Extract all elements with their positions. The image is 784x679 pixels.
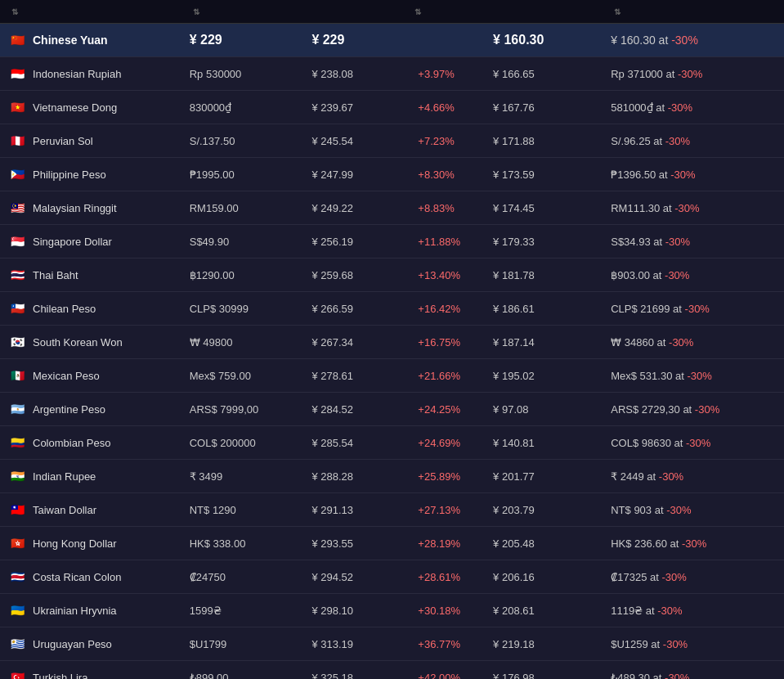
lowest-at-highlighted: ¥ 160.30 at -30% bbox=[603, 24, 784, 57]
highlighted-row: 🇨🇳 Chinese Yuan ¥ 229 ¥ 229 ¥ 160.30 ¥ 1… bbox=[0, 24, 784, 57]
header-diff[interactable]: ⇅ bbox=[403, 0, 485, 24]
diff-value: +8.83% bbox=[418, 202, 454, 214]
converted-price-cell: ¥ 288.28 bbox=[303, 460, 403, 493]
currency-cell: 🇺🇾 Uruguayan Peso bbox=[0, 627, 181, 661]
header-lowest-at[interactable]: ⇅ bbox=[603, 0, 784, 24]
converted-price-cell: ¥ 291.13 bbox=[303, 493, 403, 527]
diff-value: +25.89% bbox=[418, 470, 460, 483]
lowest-price-cell: ¥ 219.18 bbox=[485, 627, 603, 661]
header-lowest-price[interactable] bbox=[485, 0, 603, 24]
table-row: 🇸🇬 Singapore Dollar S$49.90 ¥ 256.19 +11… bbox=[0, 225, 784, 259]
current-price-cell: Mex$ 759.00 bbox=[181, 359, 304, 393]
flag-icon: 🇨🇴 bbox=[8, 434, 26, 452]
diff-value: +24.69% bbox=[418, 437, 460, 449]
lowest-at-cell: Rp 371000 at -30% bbox=[603, 57, 784, 91]
lowest-price-cell: ¥ 173.59 bbox=[485, 158, 603, 191]
sort-icon-currency: ⇅ bbox=[11, 7, 19, 16]
table-row: 🇲🇽 Mexican Peso Mex$ 759.00 ¥ 278.61 +21… bbox=[0, 359, 784, 393]
table-row: 🇮🇩 Indonesian Rupiah Rp 530000 ¥ 238.08 … bbox=[0, 57, 784, 91]
currency-cell: 🇮🇩 Indonesian Rupiah bbox=[0, 57, 181, 91]
converted-price-cell: ¥ 245.54 bbox=[303, 124, 403, 158]
flag-icon: 🇨🇱 bbox=[8, 299, 26, 317]
currency-cell-highlighted: 🇨🇳 Chinese Yuan bbox=[0, 24, 181, 57]
lowest-at-cell: ฿903.00 at -30% bbox=[603, 259, 784, 292]
currency-name: Colombian Peso bbox=[33, 437, 110, 449]
lowest-price-cell: ¥ 187.14 bbox=[485, 326, 603, 359]
table-row: 🇺🇾 Uruguayan Peso $U1799 ¥ 313.19 +36.77… bbox=[0, 627, 784, 661]
diff-value: +42.00% bbox=[418, 672, 460, 680]
current-price-cell: CLP$ 30999 bbox=[181, 292, 304, 326]
lowest-at-cell: S$34.93 at -30% bbox=[603, 225, 784, 259]
flag-icon: 🇲🇾 bbox=[8, 199, 26, 217]
currency-cell: 🇺🇦 Ukrainian Hryvnia bbox=[0, 594, 181, 627]
diff-value: +16.75% bbox=[418, 336, 460, 348]
header-converted-price[interactable] bbox=[303, 0, 403, 24]
lowest-at-cell: RM111.30 at -30% bbox=[603, 191, 784, 225]
current-price-cell: ₹ 3499 bbox=[181, 460, 304, 493]
diff-cell: +24.25% bbox=[403, 393, 485, 426]
lowest-at-cell: 581000₫ at -30% bbox=[603, 91, 784, 124]
table-row: 🇹🇷 Turkish Lira ₺899,00 ¥ 325.18 +42.00%… bbox=[0, 661, 784, 680]
current-price-cell: NT$ 1290 bbox=[181, 493, 304, 527]
currency-name: Turkish Lira bbox=[33, 672, 87, 680]
lowest-price-cell: ¥ 195.02 bbox=[485, 359, 603, 393]
flag-icon: 🇹🇼 bbox=[8, 501, 26, 519]
currency-cell: 🇲🇾 Malaysian Ringgit bbox=[0, 191, 181, 225]
lowest-price-cell: ¥ 166.65 bbox=[485, 57, 603, 91]
sort-icon-converted: ⇅ bbox=[414, 7, 422, 16]
table-row: 🇵🇪 Peruvian Sol S/.137.50 ¥ 245.54 +7.23… bbox=[0, 124, 784, 158]
currency-name: Malaysian Ringgit bbox=[33, 202, 117, 214]
lowest-price-cell: ¥ 181.78 bbox=[485, 259, 603, 292]
diff-value: +8.30% bbox=[418, 169, 454, 181]
table-row: 🇺🇦 Ukrainian Hryvnia 1599₴ ¥ 298.10 +30.… bbox=[0, 594, 784, 627]
table-row: 🇦🇷 Argentine Peso ARS$ 7999,00 ¥ 284.52 … bbox=[0, 393, 784, 426]
currency-name: Indian Rupee bbox=[33, 470, 96, 483]
converted-price-cell: ¥ 298.10 bbox=[303, 594, 403, 627]
lowest-price-cell: ¥ 205.48 bbox=[485, 527, 603, 560]
diff-value: +27.13% bbox=[418, 504, 460, 516]
flag-icon: 🇮🇩 bbox=[8, 65, 26, 83]
currency-cell: 🇲🇽 Mexican Peso bbox=[0, 359, 181, 393]
lowest-at-cell: $U1259 at -30% bbox=[603, 627, 784, 661]
diff-cell: +11.88% bbox=[403, 225, 485, 259]
currency-cell: 🇰🇷 South Korean Won bbox=[0, 326, 181, 359]
header-current-price[interactable]: ⇅ bbox=[181, 0, 304, 24]
lowest-at-cell: ₺489,30 at -30% bbox=[603, 661, 784, 680]
flag-icon: 🇹🇭 bbox=[8, 266, 26, 284]
converted-price-cell: ¥ 284.52 bbox=[303, 393, 403, 426]
currency-name: Chilean Peso bbox=[33, 303, 96, 315]
current-price-cell: $U1799 bbox=[181, 627, 304, 661]
diff-value: +28.61% bbox=[418, 571, 460, 583]
diff-highlighted bbox=[403, 24, 485, 57]
diff-cell: +27.13% bbox=[403, 493, 485, 527]
current-price-cell: RM159.00 bbox=[181, 191, 304, 225]
diff-cell: +3.97% bbox=[403, 57, 485, 91]
converted-price-cell: ¥ 247.99 bbox=[303, 158, 403, 191]
currency-cell: 🇵🇪 Peruvian Sol bbox=[0, 124, 181, 158]
currency-name: Costa Rican Colon bbox=[33, 571, 121, 583]
currency-cell: 🇹🇼 Taiwan Dollar bbox=[0, 493, 181, 527]
diff-cell: +42.00% bbox=[403, 661, 485, 680]
current-price-cell: 830000₫ bbox=[181, 91, 304, 124]
table-row: 🇮🇳 Indian Rupee ₹ 3499 ¥ 288.28 +25.89% … bbox=[0, 460, 784, 493]
converted-price-cell: ¥ 238.08 bbox=[303, 57, 403, 91]
currency-cell: 🇻🇳 Vietnamese Dong bbox=[0, 91, 181, 124]
lowest-at-cell: 1119₴ at -30% bbox=[603, 594, 784, 627]
currency-cell: 🇹🇭 Thai Baht bbox=[0, 259, 181, 292]
currency-name: Taiwan Dollar bbox=[33, 504, 96, 516]
header-currency[interactable]: ⇅ bbox=[0, 0, 181, 24]
converted-price-cell: ¥ 267.34 bbox=[303, 326, 403, 359]
table-header-row: ⇅ ⇅ ⇅ ⇅ bbox=[0, 0, 784, 24]
currency-cell: 🇹🇷 Turkish Lira bbox=[0, 661, 181, 680]
flag-icon: 🇻🇳 bbox=[8, 98, 26, 116]
currency-name: Mexican Peso bbox=[33, 370, 100, 382]
converted-price-cell: ¥ 293.55 bbox=[303, 527, 403, 560]
converted-price-cell: ¥ 239.67 bbox=[303, 91, 403, 124]
currency-name-highlighted: Chinese Yuan bbox=[33, 34, 108, 47]
lowest-at-cell: NT$ 903 at -30% bbox=[603, 493, 784, 527]
diff-cell: +25.89% bbox=[403, 460, 485, 493]
diff-value: +28.19% bbox=[418, 537, 460, 550]
flag-icon: 🇺🇦 bbox=[8, 601, 26, 619]
sort-icon-current: ⇅ bbox=[193, 7, 200, 16]
diff-value: +13.40% bbox=[418, 269, 460, 281]
